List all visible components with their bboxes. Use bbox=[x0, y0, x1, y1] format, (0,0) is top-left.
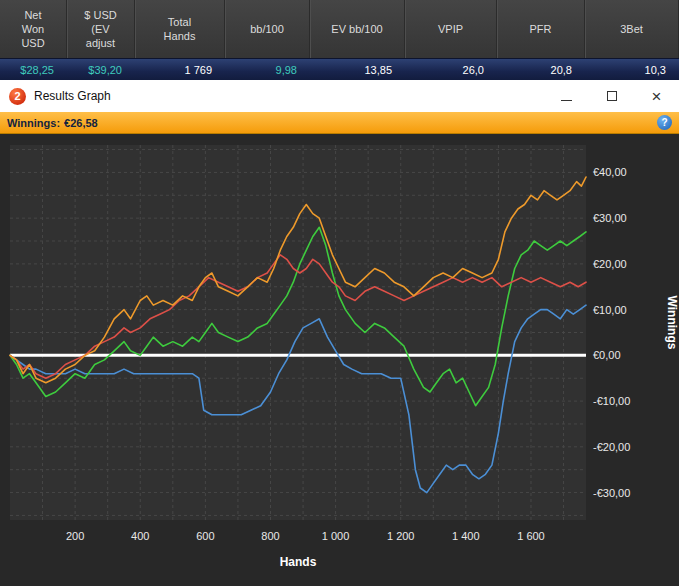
y-tick-label: €0,00 bbox=[593, 349, 621, 361]
stats-header-row: Net Won USD$ USD (EV adjustTotal Handsbb… bbox=[0, 0, 679, 58]
stats-value-cell-3: 9,98 bbox=[225, 59, 310, 80]
stats-header-cell-0: Net Won USD bbox=[0, 0, 67, 58]
stats-value-cell-2: 1 769 bbox=[135, 59, 225, 80]
results-graph-window: Net Won USD$ USD (EV adjustTotal Handsbb… bbox=[0, 0, 679, 586]
winnings-bar: Winnings: €26,58 ? bbox=[0, 112, 679, 134]
y-tick-label: -€10,00 bbox=[593, 395, 630, 407]
stats-values-row: $28,25$39,201 7699,9813,8526,020,810,3 bbox=[0, 58, 679, 80]
x-axis-label: Hands bbox=[280, 555, 317, 569]
stats-value-cell-0: $28,25 bbox=[0, 59, 67, 80]
stats-header-cell-6: PFR bbox=[497, 0, 585, 58]
results-chart-svg: 2004006008001 0001 2001 4001 600€40,00€3… bbox=[0, 134, 679, 586]
x-tick-label: 800 bbox=[261, 530, 279, 542]
y-tick-label: €20,00 bbox=[593, 258, 627, 270]
minimize-button[interactable] bbox=[544, 80, 589, 112]
maximize-icon bbox=[607, 91, 617, 101]
window-titlebar: 2 Results Graph × bbox=[0, 80, 679, 112]
y-tick-label: €40,00 bbox=[593, 166, 627, 178]
x-tick-label: 200 bbox=[66, 530, 84, 542]
y-axis-label: Winnings bbox=[665, 296, 679, 350]
close-icon: × bbox=[652, 88, 662, 105]
stats-value-cell-6: 20,8 bbox=[497, 59, 585, 80]
y-tick-label: -€20,00 bbox=[593, 441, 630, 453]
minimize-icon bbox=[561, 100, 572, 101]
stats-value-cell-4: 13,85 bbox=[310, 59, 405, 80]
y-tick-label: -€30,00 bbox=[593, 487, 630, 499]
stats-header-cell-5: VPIP bbox=[405, 0, 497, 58]
x-tick-label: 1 200 bbox=[387, 530, 415, 542]
stats-header-cell-1: $ USD (EV adjust bbox=[67, 0, 135, 58]
stats-value-cell-1: $39,20 bbox=[67, 59, 135, 80]
winnings-label: Winnings: bbox=[7, 117, 60, 129]
app-logo-icon: 2 bbox=[9, 88, 26, 105]
stats-header-cell-3: bb/100 bbox=[225, 0, 310, 58]
stats-header-cell-2: Total Hands bbox=[135, 0, 225, 58]
stats-header-cell-7: 3Bet bbox=[585, 0, 679, 58]
stats-header-cell-4: EV bb/100 bbox=[310, 0, 405, 58]
window-title: Results Graph bbox=[34, 89, 111, 103]
stats-value-cell-5: 26,0 bbox=[405, 59, 497, 80]
close-button[interactable]: × bbox=[634, 80, 679, 112]
x-tick-label: 1 000 bbox=[322, 530, 350, 542]
stats-value-cell-7: 10,3 bbox=[585, 59, 679, 80]
help-icon[interactable]: ? bbox=[657, 115, 672, 130]
y-tick-label: €10,00 bbox=[593, 304, 627, 316]
maximize-button[interactable] bbox=[589, 80, 634, 112]
x-tick-label: 400 bbox=[131, 530, 149, 542]
x-tick-label: 600 bbox=[196, 530, 214, 542]
winnings-amount: €26,58 bbox=[64, 117, 98, 129]
x-tick-label: 1 400 bbox=[452, 530, 480, 542]
x-tick-label: 1 600 bbox=[517, 530, 545, 542]
y-tick-label: €30,00 bbox=[593, 212, 627, 224]
results-chart: 2004006008001 0001 2001 4001 600€40,00€3… bbox=[0, 134, 679, 586]
